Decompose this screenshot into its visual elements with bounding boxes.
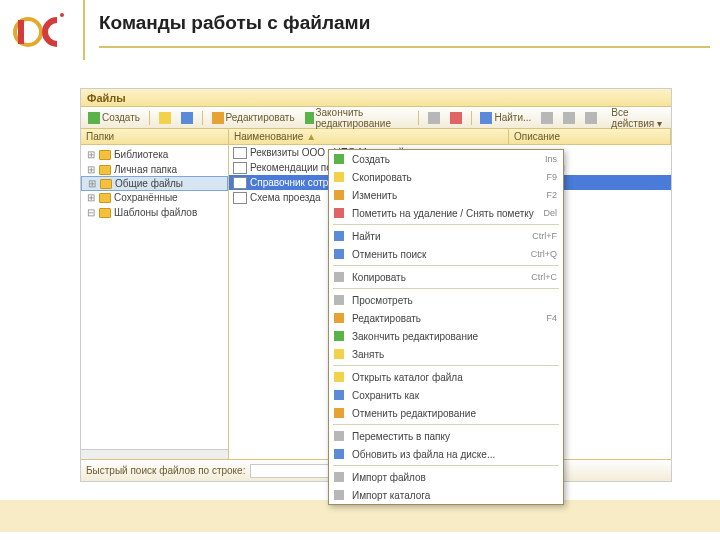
saveas-icon [331, 388, 347, 402]
tree-twisty-icon[interactable]: ⊞ [87, 192, 96, 203]
menu-item-label: Изменить [352, 190, 546, 201]
find-button[interactable]: Найти... [477, 111, 534, 125]
menu-item-label: Занять [352, 349, 557, 360]
context-menu-item[interactable]: СоздатьIns [329, 150, 563, 168]
finish-edit-button[interactable]: Закончить редактирование [302, 106, 412, 130]
tree-item[interactable]: ⊞Общие файлы [81, 176, 228, 191]
tb-icon-2[interactable] [178, 111, 196, 125]
context-menu-item[interactable]: КопироватьCtrl+C [329, 268, 563, 286]
menu-item-label: Закончить редактирование [352, 331, 557, 342]
menu-item-label: Создать [352, 154, 545, 165]
context-menu-item[interactable]: Занять [329, 345, 563, 363]
edit-button[interactable]: Редактировать [209, 111, 298, 125]
menu-item-label: Отменить редактирование [352, 408, 557, 419]
menu-item-label: Просмотреть [352, 295, 557, 306]
menu-item-label: Копировать [352, 272, 531, 283]
col-name-label: Наименование [234, 131, 303, 142]
tb-icon-3[interactable] [425, 111, 443, 125]
file-icon [233, 162, 247, 174]
separator [418, 111, 419, 125]
context-menu-item[interactable]: Сохранить как [329, 386, 563, 404]
context-menu-item[interactable]: Пометить на удаление / Снять пометкуDel [329, 204, 563, 222]
tb-icon-5[interactable] [538, 111, 556, 125]
context-menu-item[interactable]: Импорт каталога [329, 486, 563, 504]
tree-header[interactable]: Папки [81, 129, 228, 145]
tree-item[interactable]: ⊟Шаблоны файлов [81, 205, 228, 220]
tb-icon-7[interactable] [582, 111, 600, 125]
menu-item-label: Пометить на удаление / Снять пометку [352, 208, 543, 219]
tree-scrollbar[interactable] [81, 449, 228, 459]
file-icon [233, 147, 247, 159]
window-title: Файлы [81, 89, 671, 107]
context-menu-item[interactable]: НайтиCtrl+F [329, 227, 563, 245]
context-menu: СоздатьInsСкопироватьF9ИзменитьF2Пометит… [328, 149, 564, 505]
tree-item[interactable]: ⊞Сохранённые [81, 190, 228, 205]
import-dir-icon [331, 488, 347, 502]
tb-icon-4[interactable] [447, 111, 465, 125]
tree-twisty-icon[interactable]: ⊞ [88, 178, 97, 189]
change-icon [331, 188, 347, 202]
menu-item-shortcut: Ins [545, 154, 557, 164]
menu-item-label: Обновить из файла на диске... [352, 449, 557, 460]
tree-pane: Папки ⊞Библиотека⊞Личная папка⊞Общие фай… [81, 129, 229, 459]
folder-icon [99, 150, 111, 160]
release-icon [331, 406, 347, 420]
pencil-icon [212, 112, 224, 124]
separator [202, 111, 203, 125]
title-rule [99, 46, 710, 48]
menu-item-shortcut: Ctrl+F [532, 231, 557, 241]
all-actions-button[interactable]: Все действия ▾ [608, 106, 667, 130]
tree-twisty-icon[interactable]: ⊞ [87, 164, 96, 175]
menu-item-shortcut: F2 [546, 190, 557, 200]
menu-item-label: Открыть каталог файла [352, 372, 557, 383]
edit-label: Редактировать [226, 112, 295, 123]
menu-item-label: Переместить в папку [352, 431, 557, 442]
list-row-label: Схема проезда [250, 192, 321, 203]
open-dir-icon [331, 370, 347, 384]
finish-edit-label: Закончить редактирование [316, 107, 409, 129]
menu-separator [333, 465, 559, 466]
check-icon [305, 112, 314, 124]
menu-item-shortcut: Ctrl+Q [531, 249, 557, 259]
menu-separator [333, 424, 559, 425]
create-icon [331, 152, 347, 166]
context-menu-item[interactable]: Просмотреть [329, 291, 563, 309]
tree-twisty-icon[interactable]: ⊞ [87, 149, 96, 160]
context-menu-item[interactable]: СкопироватьF9 [329, 168, 563, 186]
quicksearch-label: Быстрый поиск файлов по строке: [86, 465, 245, 476]
col-desc[interactable]: Описание [509, 129, 671, 144]
context-menu-item[interactable]: Открыть каталог файла [329, 368, 563, 386]
misc-icon [563, 112, 575, 124]
context-menu-item[interactable]: Переместить в папку [329, 427, 563, 445]
find-label: Найти... [494, 112, 531, 123]
menu-item-label: Редактировать [352, 313, 546, 324]
plus-icon [88, 112, 100, 124]
tree-item[interactable]: ⊞Личная папка [81, 162, 228, 177]
refresh-icon [181, 112, 193, 124]
context-menu-item[interactable]: РедактироватьF4 [329, 309, 563, 327]
context-menu-item[interactable]: ИзменитьF2 [329, 186, 563, 204]
context-menu-item[interactable]: Отменить поискCtrl+Q [329, 245, 563, 263]
tree-item[interactable]: ⊞Библиотека [81, 147, 228, 162]
logo-1c [0, 0, 85, 60]
tree-item-label: Общие файлы [115, 178, 183, 189]
import-files-icon [331, 470, 347, 484]
context-menu-item[interactable]: Обновить из файла на диске... [329, 445, 563, 463]
menu-item-shortcut: F4 [546, 313, 557, 323]
menu-separator [333, 224, 559, 225]
menu-item-shortcut: Del [543, 208, 557, 218]
tb-icon-6[interactable] [560, 111, 578, 125]
cancel-find-icon [331, 247, 347, 261]
tree-item-label: Библиотека [114, 149, 168, 160]
tb-icon-1[interactable] [156, 111, 174, 125]
update-icon [331, 447, 347, 461]
folder-icon [99, 193, 111, 203]
tree-twisty-icon[interactable]: ⊟ [87, 207, 96, 218]
context-menu-item[interactable]: Импорт файлов [329, 468, 563, 486]
create-button[interactable]: Создать [85, 111, 143, 125]
context-menu-item[interactable]: Закончить редактирование [329, 327, 563, 345]
tree-list: ⊞Библиотека⊞Личная папка⊞Общие файлы⊞Сох… [81, 145, 228, 449]
menu-separator [333, 288, 559, 289]
context-menu-item[interactable]: Отменить редактирование [329, 404, 563, 422]
col-name[interactable]: Наименование▲ [229, 129, 509, 144]
